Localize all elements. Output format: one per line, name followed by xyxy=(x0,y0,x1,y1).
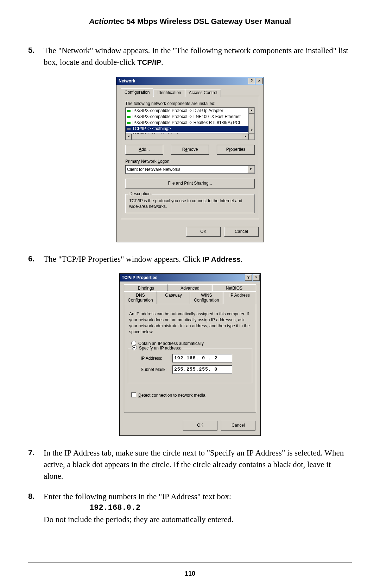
page-header: Actiontec 54 Mbps Wireless DSL Gateway U… xyxy=(28,17,352,26)
vertical-scrollbar[interactable]: ▴ ▾ xyxy=(248,108,254,134)
horizontal-scrollbar[interactable]: ◂ ▸ xyxy=(126,134,249,140)
svg-rect-0 xyxy=(127,110,131,112)
step-7: 7. In the IP Address tab, make sure the … xyxy=(28,447,352,482)
list-item-selected[interactable]: TCP/IP -> <nothing> xyxy=(126,126,254,132)
step-6-body: The "TCP/IP Properties" window appears. … xyxy=(44,253,352,265)
protocol-icon xyxy=(126,120,131,125)
tcpip-dialog: TCP/IP Properties ? × Bindings Advanced … xyxy=(119,273,261,435)
header-rule xyxy=(28,29,352,29)
components-listbox[interactable]: IPX/SPX-compatible Protocol -> Dial-Up A… xyxy=(125,107,255,140)
detect-connection[interactable]: Detect connection to network mediaDetect… xyxy=(131,392,252,398)
scroll-up-icon[interactable]: ▴ xyxy=(249,108,255,114)
chevron-down-icon[interactable]: ▾ xyxy=(247,166,254,173)
ip-address-field[interactable]: 192.168. 0 . 2 xyxy=(172,354,232,363)
tcpip-titlebar: TCP/IP Properties ? × xyxy=(120,274,260,281)
logon-combo[interactable]: Client for NetWare Networks ▾ xyxy=(125,165,255,174)
tab-access-control[interactable]: Access Control xyxy=(185,89,221,97)
tcpip-title: TCP/IP Properties xyxy=(122,275,244,280)
ok-button[interactable]: OK xyxy=(186,227,221,237)
tab-ip-address[interactable]: IP Address xyxy=(223,291,256,304)
tab-bindings[interactable]: Bindings xyxy=(124,284,168,292)
help-button[interactable]: ? xyxy=(245,274,252,281)
scroll-left-icon[interactable]: ◂ xyxy=(126,134,132,140)
subnet-mask-field[interactable]: 255.255.255. 0 xyxy=(172,365,232,374)
components-label: The following network components are ins… xyxy=(125,101,255,106)
tab-identification[interactable]: Identification xyxy=(153,89,185,97)
tab-wins[interactable]: WINS Configuration xyxy=(190,291,223,304)
ip-value-example: 192.168.0.2 xyxy=(89,502,352,514)
ip-info-text: An IP address can be automatically assig… xyxy=(129,311,251,335)
tab-gateway[interactable]: Gateway xyxy=(157,291,190,304)
list-item[interactable]: IPX/SPX-compatible Protocol -> Dial-Up A… xyxy=(126,108,254,114)
footer-rule xyxy=(28,562,352,563)
tcpip-tabs-bottom: DNS Configuration Gateway WINS Configura… xyxy=(124,291,256,304)
network-title: Network xyxy=(119,79,247,83)
subnet-mask-label: Subnet Mask:Subnet Mask: xyxy=(141,367,172,372)
checkbox-icon[interactable] xyxy=(131,392,136,397)
tab-configuration[interactable]: Configuration xyxy=(121,88,153,96)
description-groupbox: Description TCP/IP is the protocol you u… xyxy=(125,194,255,213)
scroll-right-icon[interactable]: ▸ xyxy=(243,134,249,140)
step-7-body: In the IP Address tab, make sure the cir… xyxy=(44,447,352,482)
scroll-down-icon[interactable]: ▾ xyxy=(249,128,255,134)
svg-rect-2 xyxy=(127,122,131,124)
remove-button[interactable]: RemoveRemove xyxy=(171,145,209,155)
network-titlebar: Network ? × xyxy=(116,77,264,85)
protocol-icon xyxy=(126,126,131,131)
list-item[interactable]: IPX/SPX-compatible Protocol -> Realtek R… xyxy=(126,120,254,126)
close-button[interactable]: × xyxy=(256,78,263,84)
cancel-button[interactable]: Cancel xyxy=(221,421,255,431)
svg-rect-3 xyxy=(127,128,131,130)
logon-label: Primary Network Logon:Primary Network Lo… xyxy=(125,159,255,164)
cancel-button[interactable]: Cancel xyxy=(224,227,259,237)
title-rest: tec 54 Mbps Wireless DSL Gateway User Ma… xyxy=(113,17,291,26)
network-dialog: Network ? × Configuration Identification… xyxy=(116,77,264,242)
page-number: 110 xyxy=(0,570,380,577)
step-8-number: 8. xyxy=(28,491,44,526)
network-tabs: Configuration Identification Access Cont… xyxy=(121,88,259,96)
ok-button[interactable]: OK xyxy=(183,421,217,431)
tab-advanced[interactable]: Advanced xyxy=(168,284,212,292)
step-7-number: 7. xyxy=(28,447,44,482)
list-item[interactable]: IPX/SPX-compatible Protocol -> LNE100TX … xyxy=(126,114,254,120)
scroll-corner xyxy=(249,134,254,140)
add-button[interactable]: AAdd...dd... xyxy=(125,145,163,155)
step-6: 6. The "TCP/IP Properties" window appear… xyxy=(28,253,352,265)
step-5-body: The "Network" window appears. In the "Th… xyxy=(44,45,352,68)
ip-address-label: IP Address:IP Address: xyxy=(141,356,172,361)
description-text: TCP/IP is the protocol you use to connec… xyxy=(129,198,251,209)
opt-specify-ip[interactable]: Specify an IP address:Specify an IP addr… xyxy=(131,345,182,351)
step-5: 5. The "Network" window appears. In the … xyxy=(28,45,352,68)
step-8: 8. Enter the following numbers in the "I… xyxy=(28,491,352,526)
radio-selected-icon[interactable] xyxy=(132,345,137,350)
help-button[interactable]: ? xyxy=(248,78,255,84)
step-5-number: 5. xyxy=(28,45,44,68)
radio-unselected-icon[interactable] xyxy=(131,341,136,346)
tab-dns[interactable]: DNS Configuration xyxy=(124,291,157,304)
step-6-number: 6. xyxy=(28,253,44,265)
file-print-sharing-button[interactable]: File and Print Sharing...File and Print … xyxy=(125,179,255,188)
specify-ip-fieldset: Specify an IP address:Specify an IP addr… xyxy=(128,348,252,383)
tab-netbios[interactable]: NetBIOS xyxy=(212,284,256,292)
description-legend: Description xyxy=(128,191,152,196)
tcpip-tabs-top: Bindings Advanced NetBIOS xyxy=(124,284,256,292)
protocol-icon xyxy=(126,108,131,113)
brand: Action xyxy=(89,17,113,26)
close-button[interactable]: × xyxy=(253,274,260,281)
svg-rect-1 xyxy=(127,116,131,118)
step-8-body: Enter the following numbers in the "IP A… xyxy=(44,491,352,526)
protocol-icon xyxy=(126,114,131,119)
properties-button[interactable]: PropertiesProperties xyxy=(217,145,255,155)
